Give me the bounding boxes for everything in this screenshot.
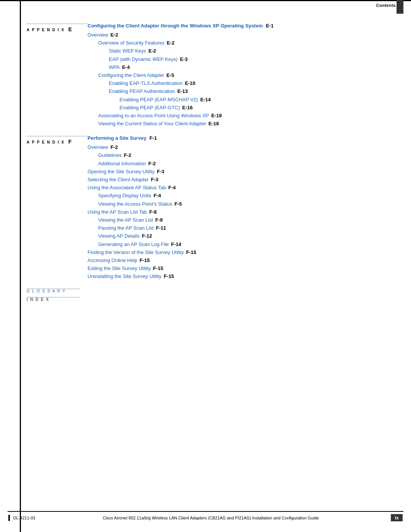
toc-entry-2: Additional InformationF-2 [98, 160, 388, 167]
toc-link-13[interactable]: Finding the Version of the Site Survey U… [88, 249, 184, 256]
toc-page-4: F-3 [151, 176, 158, 183]
toc-entry-14: Accessing Online HelpF-15 [88, 257, 388, 264]
appendix-e-entries-list: OverviewE-2Overview of Security Features… [88, 32, 388, 127]
toc-entry-6: Specifying Display UnitsF-4 [98, 192, 388, 199]
toc-page-16: F-15 [164, 273, 174, 280]
toc-page-8: E-14 [200, 96, 210, 103]
toc-page-13: F-15 [186, 249, 196, 256]
toc-entry-11: Viewing AP DetailsF-12 [98, 233, 388, 240]
toc-link-1[interactable]: Guidelines [98, 152, 121, 159]
appendix-f-block: A P P E N D I X F Performing a Site Surv… [27, 135, 388, 281]
toc-link-7[interactable]: Viewing the Access Point's Status [98, 201, 172, 208]
toc-link-5[interactable]: Using the Associated AP Status Tab [88, 184, 166, 191]
page: Contents A P P E N D I X E Configuring t… [0, 0, 411, 532]
toc-link-7[interactable]: Enabling PEAP Authentication [109, 88, 175, 95]
toc-page-5: E-5 [166, 72, 174, 79]
appendix-e-title-line: Configuring the Client Adapter through t… [88, 23, 388, 29]
toc-entry-5: Using the Associated AP Status TabF-4 [88, 184, 388, 191]
toc-entry-13: Finding the Version of the Site Survey U… [88, 249, 388, 256]
toc-link-0[interactable]: Overview [88, 144, 108, 151]
header-label: Contents [376, 3, 396, 8]
toc-link-5[interactable]: Configuring the Client Adapter [98, 72, 164, 79]
footer-left-bar [8, 515, 10, 521]
toc-entry-4: WPAE-4 [109, 64, 388, 71]
glossary-label[interactable]: G L O S S A R Y [27, 289, 388, 293]
toc-page-9: E-16 [182, 104, 193, 111]
toc-page-3: E-3 [180, 56, 188, 63]
toc-link-8[interactable]: Enabling PEAP (EAP-MSCHAP V2) [119, 96, 198, 103]
toc-page-1: F-2 [124, 152, 131, 159]
toc-link-14[interactable]: Accessing Online Help [88, 257, 137, 264]
glossary-item: G L O S S A R Y [27, 289, 388, 293]
appendix-e-label: A P P E N D I X E [27, 26, 88, 32]
toc-page-3: F-3 [157, 168, 164, 175]
toc-entry-0: OverviewF-2 [88, 144, 388, 151]
toc-link-4[interactable]: WPA [109, 64, 120, 71]
toc-entry-7: Viewing the Access Point's StatusF-5 [98, 201, 388, 208]
toc-page-6: F-4 [153, 192, 161, 199]
toc-link-8[interactable]: Using the AP Scan List Tab [88, 209, 147, 216]
toc-link-2[interactable]: Additional Information [98, 160, 146, 167]
toc-page-12: F-14 [171, 241, 182, 248]
appendix-e-title-page: E-1 [266, 23, 274, 29]
footer: OL-4211-03 Cisco Aironet 802.11a/b/g Wir… [0, 511, 411, 521]
toc-link-10[interactable]: Associating to an Access Point Using Win… [98, 112, 209, 119]
toc-page-10: F-11 [156, 225, 166, 232]
toc-entry-1: Overview of Security FeaturesE-2 [98, 40, 388, 46]
footer-doc-num: OL-4211-03 [13, 516, 35, 520]
toc-page-0: E-2 [110, 32, 118, 38]
toc-page-14: F-15 [140, 257, 150, 264]
toc-entry-9: Enabling PEAP (EAP-GTC)E-16 [119, 104, 388, 111]
toc-page-9: F-9 [155, 217, 163, 224]
appendix-f-letter: F [68, 139, 72, 145]
toc-link-2[interactable]: Static WEP Keys [109, 48, 146, 54]
toc-link-0[interactable]: Overview [88, 32, 108, 38]
toc-link-10[interactable]: Pausing the AP Scan List [98, 225, 154, 232]
toc-entry-2: Static WEP KeysE-2 [109, 48, 388, 54]
toc-page-5: F-4 [168, 184, 176, 191]
toc-entry-3: Opening the Site Survey UtilityF-3 [88, 168, 388, 175]
toc-link-9[interactable]: Viewing the AP Scan List [98, 217, 153, 224]
appendix-f-entries: Performing a Site Survey F-1 OverviewF-2… [88, 135, 388, 281]
toc-page-11: F-12 [142, 233, 152, 240]
footer-page-num: ix [391, 514, 403, 521]
footer-right: ix [386, 514, 403, 521]
appendix-e-entries: Configuring the Client Adapter through t… [88, 23, 388, 128]
appendix-f-label: A P P E N D I X F [27, 138, 88, 145]
toc-page-7: F-5 [174, 201, 182, 208]
appendix-f-title-link[interactable]: Performing a Site Survey [88, 135, 147, 141]
appendix-e-block: A P P E N D I X E Configuring the Client… [27, 23, 388, 128]
appendix-e-letter: E [68, 26, 72, 32]
toc-page-0: F-2 [110, 144, 118, 151]
toc-page-11: E-18 [209, 120, 219, 127]
toc-page-6: E-10 [185, 80, 195, 87]
left-bar [20, 0, 21, 532]
toc-link-15[interactable]: Exiting the Site Survey Utility [88, 265, 151, 272]
footer-content: OL-4211-03 Cisco Aironet 802.11a/b/g Wir… [0, 512, 411, 521]
toc-link-11[interactable]: Viewing the Current Status of Your Clien… [98, 120, 206, 127]
appendix-f-title-page: F-1 [150, 135, 157, 141]
footer-left: OL-4211-03 [8, 515, 35, 521]
appendix-e-title-link[interactable]: Configuring the Client Adapter through t… [88, 23, 263, 29]
main-content: A P P E N D I X E Configuring the Client… [27, 23, 388, 305]
toc-link-9[interactable]: Enabling PEAP (EAP-GTC) [119, 104, 180, 111]
toc-entry-10: Associating to an Access Point Using Win… [98, 112, 388, 119]
toc-link-3[interactable]: EAP (with Dynamic WEP Keys) [109, 56, 178, 63]
toc-entry-11: Viewing the Current Status of Your Clien… [98, 120, 388, 127]
toc-link-3[interactable]: Opening the Site Survey Utility [88, 168, 155, 175]
toc-link-4[interactable]: Selecting the Client Adapter [88, 176, 148, 183]
footer-center-text: Cisco Aironet 802.11a/b/g Wireless LAN C… [35, 516, 386, 520]
toc-link-11[interactable]: Viewing AP Details [98, 233, 140, 240]
toc-page-7: E-13 [177, 88, 188, 95]
toc-link-6[interactable]: Enabling EAP-TLS Authentication [109, 80, 183, 87]
toc-page-2: E-2 [148, 48, 156, 54]
toc-link-1[interactable]: Overview of Security Features [98, 40, 164, 46]
index-item: I N D E X [27, 297, 388, 302]
toc-entry-1: GuidelinesF-2 [98, 152, 388, 159]
toc-entry-12: Generating an AP Scan Log FileF-14 [98, 241, 388, 248]
toc-link-6[interactable]: Specifying Display Units [98, 192, 151, 199]
toc-page-1: E-2 [167, 40, 174, 46]
index-label[interactable]: I N D E X [27, 297, 388, 302]
toc-link-12[interactable]: Generating an AP Scan Log File [98, 241, 169, 248]
toc-link-16[interactable]: Uninstalling the Site Survey Utility [88, 273, 161, 280]
